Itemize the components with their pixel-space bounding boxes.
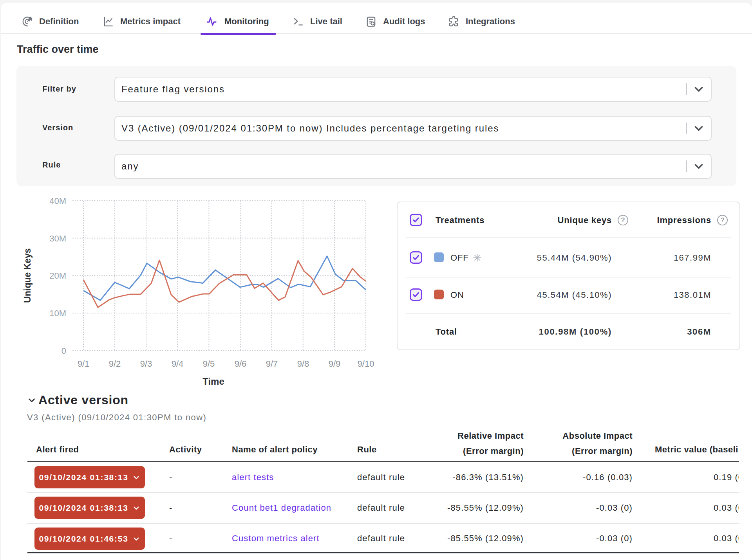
svg-text:9/9: 9/9 [329,359,341,369]
svg-text:Unique Keys: Unique Keys [22,248,33,303]
svg-text:9/4: 9/4 [172,359,184,369]
svg-text:9/1: 9/1 [78,359,90,369]
svg-text:9/6: 9/6 [235,359,247,369]
svg-text:20M: 20M [49,271,66,281]
svg-text:9/3: 9/3 [140,359,152,369]
svg-text:9/2: 9/2 [109,359,121,369]
svg-text:30M: 30M [49,234,66,243]
svg-text:10M: 10M [49,308,66,318]
svg-text:9/8: 9/8 [297,359,309,369]
svg-text:40M: 40M [49,196,66,206]
svg-text:0: 0 [61,346,66,356]
svg-text:9/5: 9/5 [203,359,215,369]
svg-text:9/10: 9/10 [358,359,374,369]
svg-text:9/7: 9/7 [266,359,278,369]
svg-text:Time: Time [202,376,224,387]
